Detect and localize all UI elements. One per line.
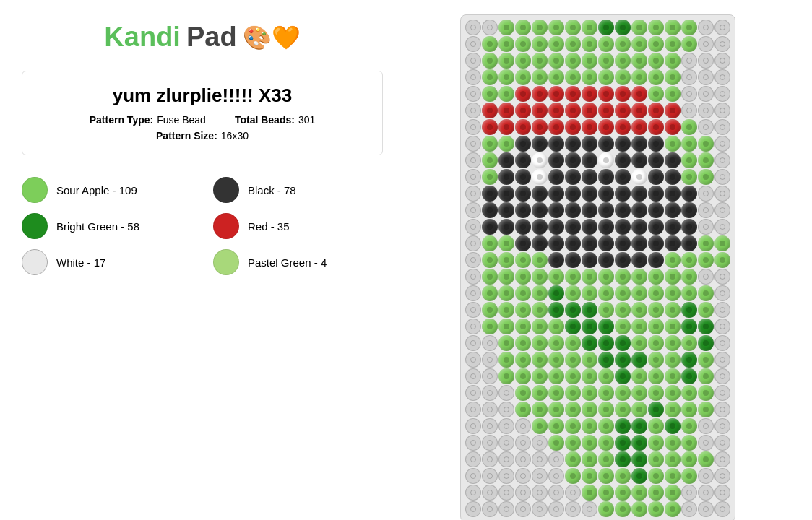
bead <box>615 53 631 69</box>
bead <box>582 86 597 102</box>
bead <box>631 468 647 484</box>
bead <box>498 69 514 85</box>
bead <box>714 385 730 401</box>
bead <box>648 119 664 135</box>
bead <box>515 335 531 351</box>
bead <box>665 69 681 85</box>
bead <box>482 186 498 202</box>
bead <box>598 485 614 500</box>
bead <box>598 285 614 301</box>
bead <box>482 169 498 185</box>
bead <box>681 468 697 484</box>
bead <box>565 468 581 484</box>
bead <box>598 36 614 52</box>
beads-label: Total Beads: <box>235 114 295 126</box>
bead <box>698 485 714 500</box>
bead <box>582 485 597 500</box>
bead <box>582 169 597 185</box>
bead <box>598 335 614 351</box>
bead <box>698 302 714 318</box>
color-item-white: White - 17 <box>22 249 191 275</box>
color-swatch-sour-apple <box>22 177 48 203</box>
bead <box>648 103 664 118</box>
bead <box>548 385 564 401</box>
bead <box>698 103 714 118</box>
bead <box>532 20 548 35</box>
bead <box>532 86 548 102</box>
bead <box>631 385 647 401</box>
bead <box>465 235 481 251</box>
bead <box>681 385 697 401</box>
bead <box>648 501 664 517</box>
bead <box>498 219 514 235</box>
bead <box>665 202 681 218</box>
color-swatch-white <box>22 249 48 275</box>
bead <box>515 269 531 285</box>
bead <box>548 186 564 202</box>
bead <box>515 302 531 318</box>
bead <box>698 152 714 168</box>
bead <box>582 418 597 434</box>
bead <box>615 435 631 451</box>
bead <box>515 451 531 467</box>
bead <box>515 86 531 102</box>
bead <box>565 402 581 417</box>
bead <box>598 352 614 368</box>
bead <box>598 103 614 118</box>
bead <box>714 335 730 351</box>
bead <box>698 169 714 185</box>
bead <box>465 318 481 334</box>
bead <box>465 136 481 152</box>
bead <box>465 302 481 318</box>
bead <box>615 103 631 118</box>
bead <box>532 468 548 484</box>
bead <box>714 402 730 417</box>
bead <box>665 435 681 451</box>
bead <box>698 69 714 85</box>
bead <box>548 501 564 517</box>
bead <box>498 485 514 500</box>
bead <box>598 402 614 417</box>
color-item-red: Red - 35 <box>213 213 383 239</box>
bead <box>648 485 664 500</box>
logo: Kandi Pad 🎨🧡 <box>22 14 383 56</box>
bead <box>615 402 631 417</box>
pattern-type: Pattern Type: Fuse Bead <box>90 114 206 126</box>
bead <box>515 252 531 268</box>
bead <box>714 368 730 384</box>
bead <box>648 202 664 218</box>
bead <box>681 252 697 268</box>
bead <box>631 152 647 168</box>
bead <box>482 468 498 484</box>
color-label-black: Black - 78 <box>248 184 296 196</box>
color-item-pastel-green: Pastel Green - 4 <box>213 249 383 275</box>
bead <box>598 86 614 102</box>
bead <box>515 103 531 118</box>
bead <box>665 186 681 202</box>
bead <box>465 20 481 35</box>
bead <box>515 352 531 368</box>
bead <box>465 352 481 368</box>
bead-grid <box>465 20 730 517</box>
bead <box>665 318 681 334</box>
bead <box>482 119 498 135</box>
bead <box>665 418 681 434</box>
bead <box>548 169 564 185</box>
bead <box>598 69 614 85</box>
bead <box>714 418 730 434</box>
bead <box>515 368 531 384</box>
bead <box>681 318 697 334</box>
bead <box>498 318 514 334</box>
bead <box>548 235 564 251</box>
bead <box>515 402 531 417</box>
total-beads: Total Beads: 301 <box>235 114 315 126</box>
bead <box>665 501 681 517</box>
bead <box>665 136 681 152</box>
bead <box>631 285 647 301</box>
bead <box>465 119 481 135</box>
bead <box>548 451 564 467</box>
bead <box>548 269 564 285</box>
bead <box>714 485 730 500</box>
bead <box>515 435 531 451</box>
bead <box>714 219 730 235</box>
